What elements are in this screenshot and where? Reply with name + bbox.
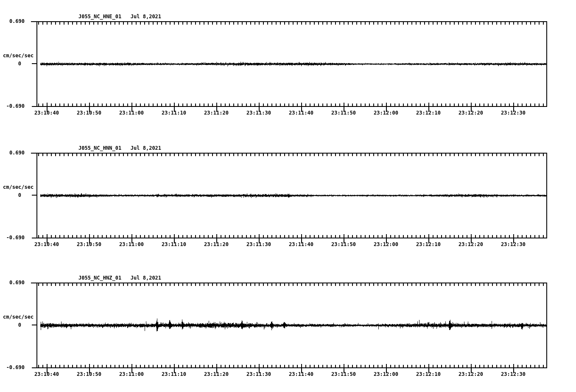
x-tick-label: 23:10:50 xyxy=(72,371,106,377)
x-tick-label: 23:12:30 xyxy=(496,110,530,116)
x-tick-label: 23:11:50 xyxy=(327,371,361,377)
x-tick-label: 23:11:30 xyxy=(242,241,276,247)
y-axis-units-label: cm/sec/sec xyxy=(3,314,34,320)
x-tick-label: 23:10:40 xyxy=(30,371,64,377)
y-tick-label-zero: 0 xyxy=(0,60,21,67)
x-tick-label: 23:12:00 xyxy=(369,241,403,247)
x-tick-label: 23:12:10 xyxy=(411,241,445,247)
x-tick-label: 23:10:40 xyxy=(30,241,64,247)
y-tick-label-min: -0.690 xyxy=(0,234,25,241)
x-tick-label: 23:12:10 xyxy=(411,371,445,377)
y-tick-label-zero: 0 xyxy=(0,322,21,328)
x-tick-label: 23:11:00 xyxy=(115,371,148,377)
x-tick-label: 23:12:10 xyxy=(411,110,445,116)
y-tick-label-min: -0.690 xyxy=(0,364,25,371)
x-tick-label: 23:11:20 xyxy=(199,110,233,116)
x-tick-label: 23:12:30 xyxy=(496,241,530,247)
x-tick-label: 23:11:30 xyxy=(242,371,276,377)
x-tick-label: 23:11:50 xyxy=(327,110,361,116)
x-tick-label: 23:10:50 xyxy=(72,110,106,116)
x-tick-label: 23:12:30 xyxy=(496,371,530,377)
panel-title: J055_NC_HNZ_01 Jul 8,2021 xyxy=(78,274,161,281)
x-tick-label: 23:11:50 xyxy=(327,241,361,247)
y-axis-units-label: cm/sec/sec xyxy=(3,184,34,190)
x-tick-label: 23:12:20 xyxy=(454,241,488,247)
x-tick-label: 23:11:30 xyxy=(242,110,276,116)
y-axis-units-label: cm/sec/sec xyxy=(3,52,34,59)
panel-title: J055_NC_HNN_01 Jul 8,2021 xyxy=(78,145,161,151)
x-tick-label: 23:10:50 xyxy=(72,241,106,247)
seismogram-trace-canvas xyxy=(0,0,576,392)
panel-title: J055_NC_HNE_01 Jul 8,2021 xyxy=(78,13,161,20)
x-tick-label: 23:12:00 xyxy=(369,371,403,377)
x-tick-label: 23:12:20 xyxy=(454,371,488,377)
x-tick-label: 23:11:40 xyxy=(284,371,318,377)
y-tick-label-max: 0.690 xyxy=(0,279,25,286)
x-tick-label: 23:12:20 xyxy=(454,110,488,116)
x-tick-label: 23:11:40 xyxy=(284,241,318,247)
x-tick-label: 23:11:00 xyxy=(115,241,148,247)
x-tick-label: 23:11:20 xyxy=(199,371,233,377)
x-tick-label: 23:11:00 xyxy=(115,110,148,116)
y-tick-label-max: 0.690 xyxy=(0,18,25,25)
y-tick-label-zero: 0 xyxy=(0,192,21,199)
y-tick-label-min: -0.690 xyxy=(0,103,25,109)
x-tick-label: 23:11:40 xyxy=(284,110,318,116)
y-tick-label-max: 0.690 xyxy=(0,149,25,156)
x-tick-label: 23:11:10 xyxy=(157,371,191,377)
x-tick-label: 23:11:10 xyxy=(157,110,191,116)
x-tick-label: 23:12:00 xyxy=(369,110,403,116)
x-tick-label: 23:11:20 xyxy=(199,241,233,247)
seismogram-figure: J055_NC_HNE_01 Jul 8,2021 0.690 cm/sec/s… xyxy=(0,0,576,392)
x-tick-label: 23:10:40 xyxy=(30,110,64,116)
x-tick-label: 23:11:10 xyxy=(157,241,191,247)
